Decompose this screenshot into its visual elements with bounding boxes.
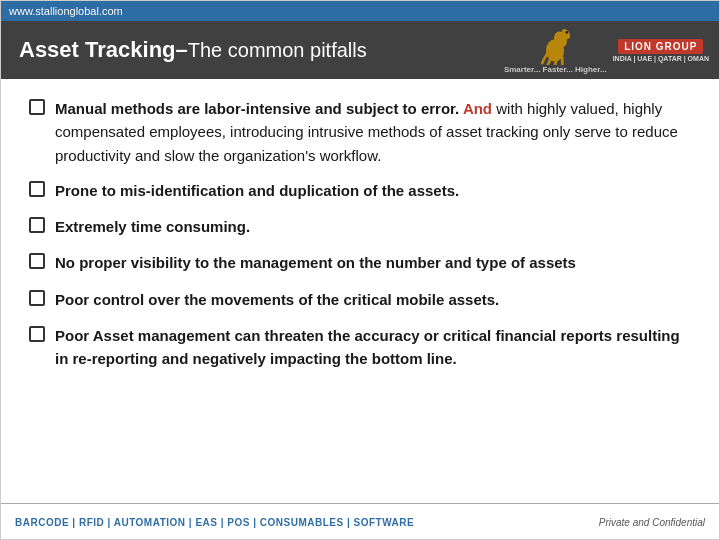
stallion-logo: Smarter... Faster... Higher... <box>504 25 607 75</box>
main-content: Manual methods are labor-intensive and s… <box>1 79 719 503</box>
bullet-item-6: Poor Asset management can threaten the a… <box>29 324 691 371</box>
title-bar: Asset Tracking – The common pitfalls Sma… <box>1 21 719 79</box>
footer-icon-bar: BARCODE | RFID | AUTOMATION | EAS | POS … <box>15 517 414 528</box>
checkbox-icon-3 <box>29 217 45 233</box>
checkbox-4 <box>29 252 51 275</box>
bullet-text-2: Prone to mis-identification and duplicat… <box>55 179 691 202</box>
footer: BARCODE | RFID | AUTOMATION | EAS | POS … <box>1 503 719 539</box>
checkbox-icon-6 <box>29 326 45 342</box>
checkbox-2 <box>29 180 51 203</box>
title-subtitle: The common pitfalls <box>188 39 367 62</box>
bullet-item-5: Poor control over the movements of the c… <box>29 288 691 312</box>
bullet-item-1: Manual methods are labor-intensive and s… <box>29 97 691 167</box>
footer-services: BARCODE | RFID | AUTOMATION | EAS | POS … <box>15 517 414 528</box>
checkbox-5 <box>29 289 51 312</box>
checkbox-1 <box>29 98 51 121</box>
checkbox-icon-1 <box>29 99 45 115</box>
checkbox-3 <box>29 216 51 239</box>
url-bar: www.stallionglobal.com <box>1 1 719 21</box>
bullet-item-3: Extremely time consuming. <box>29 215 691 239</box>
bullet-1-bold: Manual methods are labor-intensive and s… <box>55 100 492 117</box>
lion-group-badge: LION GROUP <box>618 39 703 54</box>
svg-point-3 <box>566 31 569 34</box>
horse-icon <box>533 25 577 65</box>
checkbox-icon-4 <box>29 253 45 269</box>
checkbox-6 <box>29 325 51 348</box>
bullet-item-4: No proper visibility to the management o… <box>29 251 691 275</box>
checkbox-icon-5 <box>29 290 45 306</box>
bullet-text-3: Extremely time consuming. <box>55 215 691 238</box>
bullet-text-4: No proper visibility to the management o… <box>55 251 691 274</box>
stallion-tagline: Smarter... Faster... Higher... <box>504 65 607 75</box>
title-dash: – <box>176 37 188 63</box>
title-bold: Asset Tracking <box>19 37 176 63</box>
url-text: www.stallionglobal.com <box>9 5 123 17</box>
logo-area: Smarter... Faster... Higher... LION GROU… <box>504 21 709 79</box>
bullet-text-1: Manual methods are labor-intensive and s… <box>55 97 691 167</box>
bullet-text-5: Poor control over the movements of the c… <box>55 288 691 311</box>
checkbox-icon-2 <box>29 181 45 197</box>
bullet-item-2: Prone to mis-identification and duplicat… <box>29 179 691 203</box>
bullet-text-6: Poor Asset management can threaten the a… <box>55 324 691 371</box>
footer-confidential: Private and Confidential <box>599 517 705 528</box>
slide-container: www.stallionglobal.com Asset Tracking – … <box>0 0 720 540</box>
lion-group-india: INDIA | UAE | QATAR | OMAN <box>613 55 709 62</box>
